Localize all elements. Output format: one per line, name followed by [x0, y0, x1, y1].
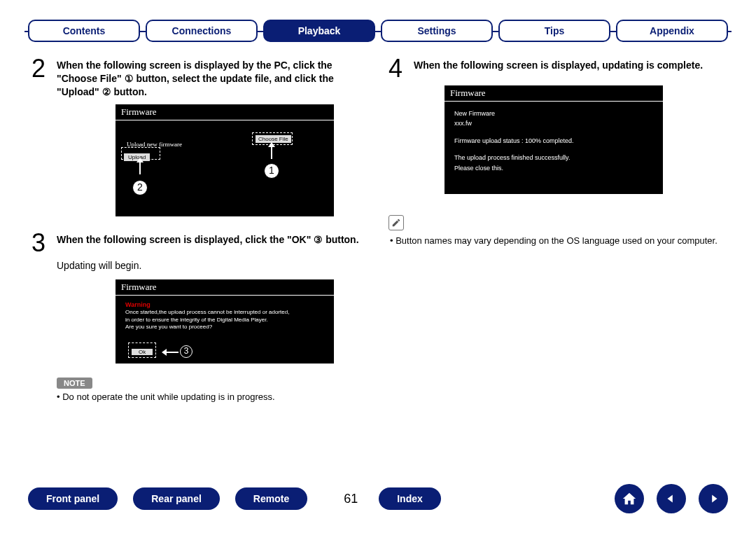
shot2-warning: Warning — [125, 301, 324, 310]
page-number: 61 — [344, 492, 358, 506]
tab-contents[interactable]: Contents — [28, 20, 140, 42]
shot3-line1: New Firmware — [454, 109, 653, 118]
step4-text: When the following screen is displayed, … — [414, 56, 703, 81]
tab-appendix[interactable]: Appendix — [616, 20, 728, 42]
tab-playback[interactable]: Playback — [263, 20, 375, 42]
shot2-title: Firmware — [115, 279, 334, 296]
tab-settings[interactable]: Settings — [381, 20, 493, 42]
firmware-screenshot-3: Firmware New Firmware xxx.fw Firmware up… — [444, 85, 663, 194]
circled-1: 1 — [264, 163, 279, 179]
circled-2: 2 — [132, 180, 148, 195]
circled-3: 3 — [180, 345, 192, 358]
back-icon[interactable] — [657, 484, 686, 513]
step4-number: 4 — [388, 56, 408, 81]
home-icon[interactable] — [615, 484, 644, 513]
shot2-line1: Once started,the upload process cannot b… — [125, 309, 324, 316]
tab-tips[interactable]: Tips — [498, 20, 610, 42]
forward-icon[interactable] — [699, 484, 728, 513]
firmware-screenshot-2: Firmware Warning Once started,the upload… — [115, 279, 334, 364]
front-panel-button[interactable]: Front panel — [28, 487, 118, 510]
shot3-line5: Please close this. — [454, 163, 653, 173]
step3-text: When the following screen is displayed, … — [57, 230, 359, 256]
note-label: NOTE — [57, 378, 92, 389]
shot2-line3: Are you sure you want to proceed? — [125, 324, 324, 331]
note-text: • Do not operate the unit while updating… — [57, 392, 368, 402]
firmware-screenshot-1: Firmware Upload new firmware Choose File… — [115, 104, 334, 216]
step3-number: 3 — [31, 230, 51, 256]
step3-subtext: Updating will begin. — [57, 260, 368, 271]
remote-button[interactable]: Remote — [235, 487, 307, 510]
shot1-title: Firmware — [115, 104, 334, 120]
index-button[interactable]: Index — [379, 487, 441, 510]
shot3-line3: Firmware upload status : 100% completed. — [454, 136, 653, 146]
step2-text: When the following screen is displayed b… — [57, 56, 368, 99]
shot3-line2: xxx.fw — [454, 118, 653, 128]
shot3-line4: The upload process finished successfully… — [454, 153, 653, 162]
pencil-icon — [388, 215, 404, 230]
right-note: • Button names may vary depending on the… — [388, 235, 724, 247]
tab-connections[interactable]: Connections — [146, 20, 258, 42]
step2-number: 2 — [31, 56, 51, 99]
shot2-line2: in order to ensure the integrity of the … — [125, 317, 324, 324]
rear-panel-button[interactable]: Rear panel — [133, 487, 220, 510]
shot3-title: Firmware — [444, 85, 663, 102]
shot2-ok-btn: Ok — [132, 349, 153, 355]
